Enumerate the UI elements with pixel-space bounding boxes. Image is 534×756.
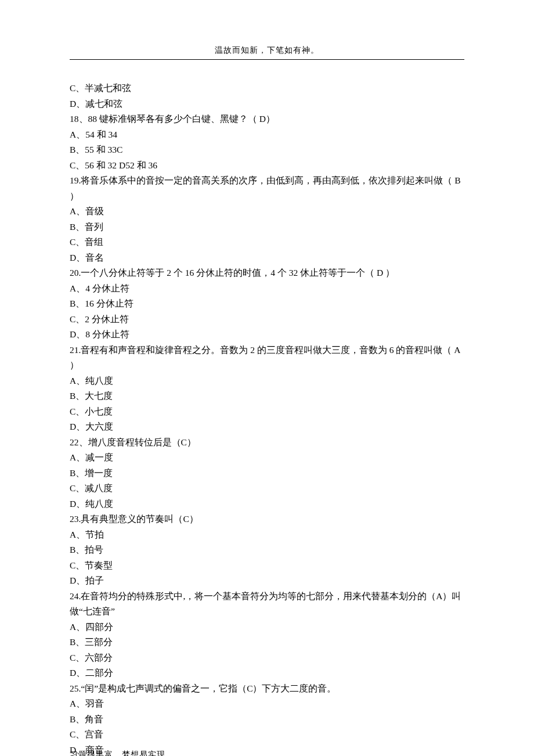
text-line: 22、增八度音程转位后是（C） [70,435,464,451]
text-line: A、节拍 [70,527,464,543]
text-line: A、四部分 [70,620,464,635]
text-line: D、减七和弦 [70,96,464,112]
document-body: C、半减七和弦 D、减七和弦 18、88 键标准钢琴各有多少个白键、黑键？（ D… [70,81,464,756]
page-header: 温故而知新，下笔如有神。 [70,45,464,60]
text-line: C、减八度 [70,481,464,496]
text-line: A、减一度 [70,450,464,466]
text-line: B、55 和 33C [70,142,464,158]
text-line: D、纯八度 [70,496,464,512]
text-line: 20.一个八分休止符等于 2 个 16 分休止符的时值，4 个 32 休止符等于… [70,265,464,281]
text-line: A、音级 [70,204,464,219]
text-line: A、4 分休止符 [70,281,464,297]
text-line: C、2 分休止符 [70,312,464,327]
text-line: C、半减七和弦 [70,81,464,96]
text-line: 21.音程有和声音程和旋律音程之分。音数为 2 的三度音程叫做大三度，音数为 6… [70,343,464,373]
text-line: D、二部分 [70,665,464,681]
text-line: B、16 分休止符 [70,296,464,312]
text-line: 24.在音符均分的特殊形式中,，将一个基本音符分为均等的七部分，用来代替基本划分… [70,589,464,620]
text-line: D、拍子 [70,573,464,589]
text-line: C、56 和 32 D52 和 36 [70,158,464,174]
text-line: C、节奏型 [70,558,464,574]
text-line: 25.“闰”是构成七声调式的偏音之一，它指（C）下方大二度的音。 [70,681,464,697]
text-line: D、大六度 [70,419,464,435]
page-footer: 习题很丰富，梦想易实现。 [70,750,174,756]
text-line: A、54 和 34 [70,127,464,143]
text-line: B、大七度 [70,388,464,404]
text-line: B、拍号 [70,542,464,558]
text-line: C、六部分 [70,650,464,666]
text-line: D、8 分休止符 [70,327,464,343]
text-line: B、音列 [70,219,464,235]
text-line: 19.将音乐体系中的音按一定的音高关系的次序，由低到高，再由高到低，依次排列起来… [70,173,464,204]
text-line: 18、88 键标准钢琴各有多少个白键、黑键？（ D） [70,111,464,127]
text-line: D、音名 [70,250,464,266]
text-line: C、小七度 [70,404,464,420]
text-line: C、音组 [70,235,464,250]
text-line: C、宫音 [70,727,464,743]
text-line: B、三部分 [70,635,464,650]
text-line: A、纯八度 [70,373,464,389]
text-line: 23.具有典型意义的节奏叫（C） [70,512,464,527]
text-line: B、角音 [70,712,464,728]
text-line: B、增一度 [70,466,464,481]
text-line: A、羽音 [70,696,464,712]
